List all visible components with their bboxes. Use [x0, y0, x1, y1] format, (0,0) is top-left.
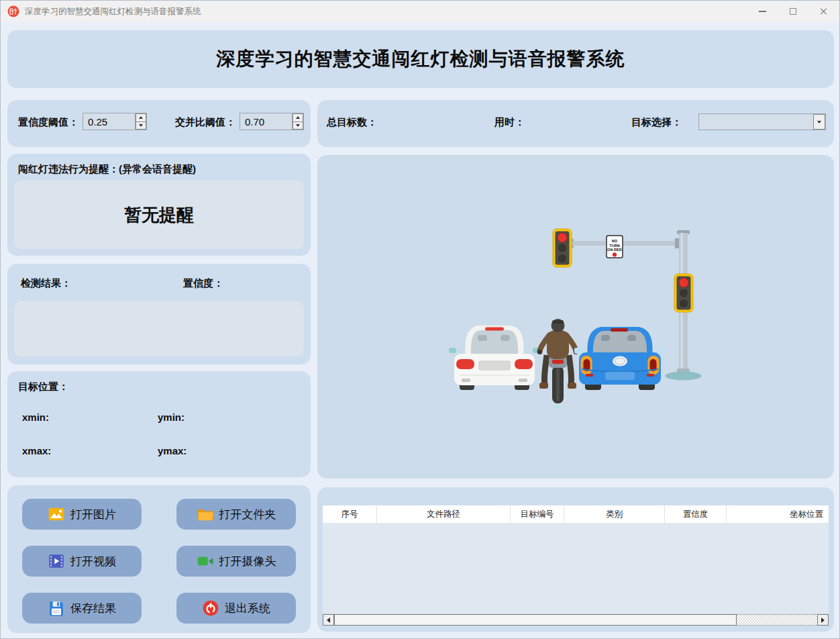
- minimize-button[interactable]: [747, 1, 778, 22]
- titlebar: 深度学习的智慧交通闯红灯检测与语音报警系统: [1, 1, 839, 22]
- time-used-label: 用时：: [494, 116, 525, 129]
- white-car: [449, 326, 540, 390]
- column-header-target-id[interactable]: 目标编号: [511, 505, 564, 523]
- open-folder-button[interactable]: 打开文件夹: [176, 499, 296, 530]
- target-position-label: 目标位置：: [18, 381, 68, 393]
- column-header-index[interactable]: 序号: [323, 505, 377, 523]
- alert-panel: 闯红灯违法行为提醒：(异常会语音提醒) 暂无提醒: [7, 154, 311, 256]
- open-image-label: 打开图片: [70, 507, 116, 522]
- detection-panel: 检测结果： 置信度：: [7, 264, 311, 364]
- traffic-light-red-icon: [553, 229, 572, 267]
- close-icon: [820, 7, 828, 15]
- save-results-button[interactable]: 保存结果: [22, 593, 142, 624]
- ymax-label: ymax:: [158, 445, 187, 456]
- image-display-area: NO TURN ON RED: [317, 155, 834, 479]
- target-select-label: 目标选择：: [631, 116, 682, 129]
- arrow-left-icon: [327, 618, 330, 623]
- ymin-label: ymin:: [158, 411, 185, 423]
- spin-down-icon: [296, 124, 300, 127]
- detection-confidence-label: 置信度：: [183, 277, 223, 290]
- scroll-right-button[interactable]: [817, 614, 829, 626]
- minimize-icon: [759, 11, 766, 12]
- scroll-left-button[interactable]: [323, 614, 334, 626]
- alert-label: 闯红灯违法行为提醒：(异常会语音提醒): [18, 163, 196, 176]
- open-video-label: 打开视频: [70, 554, 116, 569]
- svg-text:NO: NO: [612, 239, 618, 243]
- open-camera-button[interactable]: 打开摄像头: [176, 546, 296, 577]
- actions-panel: 打开图片 打开文件夹 打开视频: [7, 485, 311, 633]
- window-title: 深度学习的智慧交通闯红灯检测与语音报警系统: [25, 6, 201, 17]
- spin-down-icon: [139, 124, 143, 127]
- no-turn-on-red-sign: NO TURN ON RED: [607, 236, 623, 258]
- open-camera-label: 打开摄像头: [219, 554, 276, 569]
- alert-message: 暂无提醒: [124, 203, 194, 227]
- spin-up-icon: [296, 116, 300, 119]
- target-select-combobox[interactable]: [698, 113, 826, 130]
- maximize-icon: [790, 8, 796, 15]
- stats-panel: 总目标数： 用时： 目标选择：: [317, 100, 834, 147]
- svg-text:ON RED: ON RED: [607, 248, 622, 252]
- window-controls: [747, 1, 839, 22]
- app-icon: [7, 5, 19, 17]
- traffic-light-red-icon: [674, 274, 693, 312]
- traffic-illustration: NO TURN ON RED: [317, 155, 834, 479]
- iou-spin-up-button[interactable]: [293, 113, 303, 122]
- exit-system-label: 退出系统: [225, 601, 270, 616]
- main-content: 深度学习的智慧交通闯红灯检测与语音报警系统 置信度阈值： 交并比阈值：: [1, 22, 839, 638]
- column-header-coordinates[interactable]: 坐标位置: [727, 505, 829, 523]
- exit-system-button[interactable]: 退出系统: [176, 593, 296, 624]
- confidence-threshold-spinbox[interactable]: [83, 113, 147, 130]
- results-table-panel: 序号 文件路径 目标编号 类别 置信度 坐标位置: [317, 487, 834, 632]
- save-icon: [48, 599, 65, 617]
- iou-threshold-label: 交并比阈值：: [175, 116, 235, 129]
- save-results-label: 保存结果: [70, 601, 116, 616]
- arrow-right-icon: [821, 618, 825, 623]
- table-header: 序号 文件路径 目标编号 类别 置信度 坐标位置: [323, 505, 829, 523]
- detection-result-box: [14, 301, 304, 356]
- column-header-confidence[interactable]: 置信度: [665, 505, 727, 523]
- iou-threshold-input[interactable]: [240, 113, 292, 130]
- target-position-panel: 目标位置： xmin: ymin: xmax: ymax:: [7, 371, 311, 477]
- close-button[interactable]: [808, 1, 839, 22]
- horizontal-scrollbar[interactable]: [323, 614, 829, 626]
- page-title: 深度学习的智慧交通闯红灯检测与语音报警系统: [217, 46, 625, 72]
- thresholds-panel: 置信度阈值： 交并比阈值：: [7, 100, 311, 147]
- folder-icon: [197, 505, 214, 523]
- open-image-button[interactable]: 打开图片: [22, 499, 142, 530]
- blue-car: [574, 327, 666, 390]
- open-video-button[interactable]: 打开视频: [22, 546, 142, 577]
- confidence-spin-up-button[interactable]: [136, 113, 146, 122]
- horizontal-pole: [572, 241, 682, 246]
- maximize-button[interactable]: [778, 1, 808, 22]
- confidence-threshold-label: 置信度阈值：: [18, 116, 78, 129]
- scrollbar-thumb[interactable]: [334, 614, 737, 626]
- app-window: 深度学习的智慧交通闯红灯检测与语音报警系统 深度学习的智慧交通闯红灯检测与语音报…: [0, 0, 840, 639]
- xmax-label: xmax:: [22, 445, 51, 456]
- motorcyclist: [537, 319, 578, 408]
- open-folder-label: 打开文件夹: [219, 507, 276, 522]
- column-header-filepath[interactable]: 文件路径: [377, 505, 511, 523]
- scrollbar-track[interactable]: [737, 614, 817, 626]
- image-icon: [48, 505, 65, 523]
- detection-result-label: 检测结果：: [21, 277, 71, 290]
- svg-text:TURN: TURN: [609, 244, 620, 248]
- confidence-threshold-input[interactable]: [83, 113, 135, 130]
- alert-message-box: 暂无提醒: [14, 181, 304, 249]
- spin-up-icon: [139, 116, 143, 119]
- xmin-label: xmin:: [22, 411, 49, 423]
- combobox-dropdown-button[interactable]: [813, 114, 825, 130]
- total-targets-label: 总目标数：: [327, 116, 377, 129]
- camera-icon: [197, 552, 214, 570]
- iou-spin-down-button[interactable]: [293, 122, 303, 130]
- header-panel: 深度学习的智慧交通闯红灯检测与语音报警系统: [7, 30, 834, 88]
- power-icon: [202, 599, 219, 617]
- iou-threshold-spinbox[interactable]: [240, 113, 304, 130]
- confidence-spin-down-button[interactable]: [136, 122, 146, 130]
- video-icon: [48, 552, 65, 570]
- chevron-down-icon: [817, 121, 821, 124]
- table-body: [323, 523, 829, 613]
- column-header-category[interactable]: 类别: [564, 505, 665, 523]
